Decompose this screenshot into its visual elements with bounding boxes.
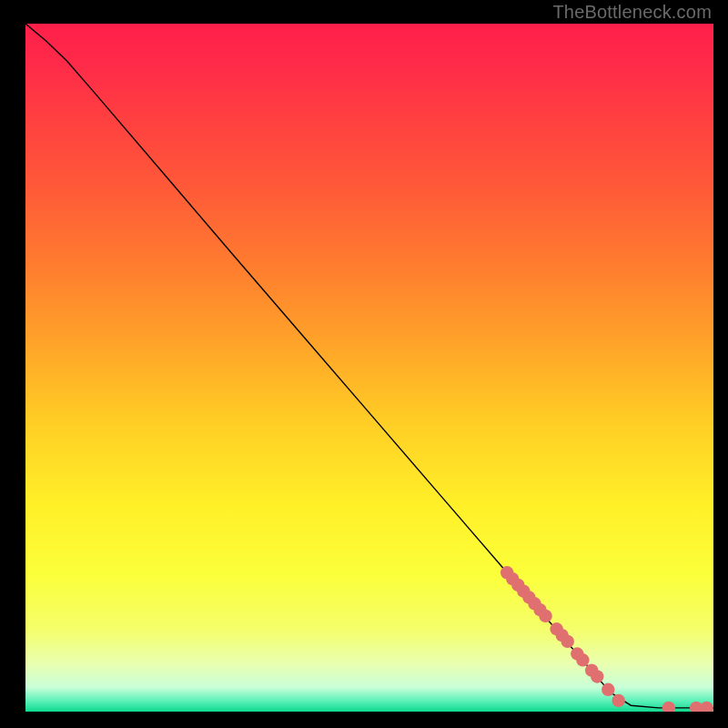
- scatter-point: [612, 694, 624, 707]
- scatter-point: [591, 670, 603, 682]
- scatter-point: [561, 635, 574, 648]
- chart-stage: TheBottleneck.com: [0, 0, 728, 728]
- scatter-point: [539, 610, 551, 622]
- scatter-point: [602, 683, 614, 696]
- scatter-point: [576, 653, 589, 666]
- chart-svg: [25, 24, 713, 712]
- watermark-label: TheBottleneck.com: [552, 2, 712, 23]
- chart-plot: [25, 24, 713, 712]
- gradient-background: [25, 24, 713, 712]
